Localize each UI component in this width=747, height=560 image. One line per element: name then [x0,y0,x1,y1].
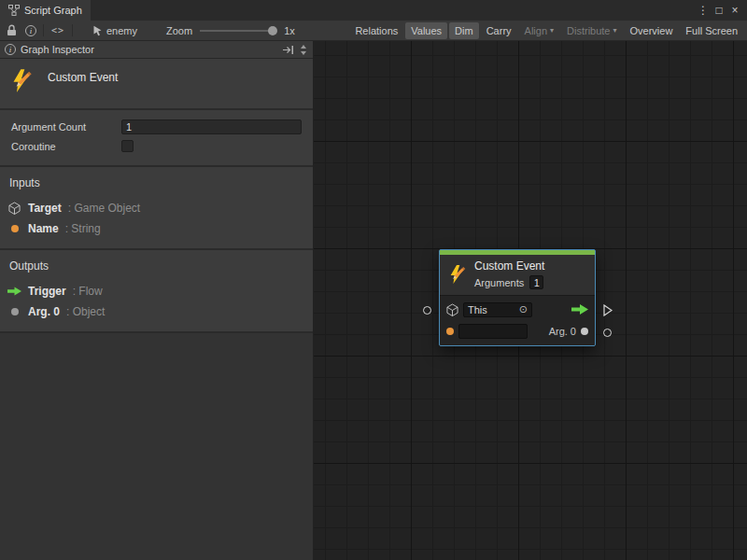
outputs-header: Outputs [0,256,313,281]
toolbar-separator [72,24,73,36]
graph-inspector-panel: i Graph Inspector [0,41,314,560]
inspector-node-title: Custom Event [48,71,118,84]
script-graph-window: Script Graph ⋮ □ × i <> enemy Zoom [0,0,747,560]
node-body: This ⊙ Arg. 0 [440,295,595,345]
graph-asset[interactable]: enemy [92,25,137,36]
scroll-spinner[interactable] [299,45,308,55]
event-name-input[interactable] [458,324,528,339]
info-icon: i [5,44,16,55]
output-type: : Flow [73,285,103,298]
target-object-field[interactable]: This ⊙ [463,302,532,317]
output-name: Trigger [28,285,66,298]
right-connection-port[interactable] [603,329,612,337]
chevron-down-icon: ▾ [613,26,617,35]
align-button[interactable]: Align ▾ [519,22,559,39]
info-icon[interactable]: i [25,25,36,36]
output-row-arg0: Arg. 0 : Object [0,301,313,322]
node-row-target: This ⊙ [440,299,595,320]
chevron-down-icon: ▾ [550,26,554,35]
scroll-down-icon[interactable] [301,51,306,55]
input-name: Target [28,202,62,215]
game-object-icon [446,303,458,316]
output-name: Arg. 0 [28,305,60,318]
argument-count-label: Argument Count [11,121,121,133]
input-row-target: Target : Game Object [0,198,313,218]
node-header[interactable]: Custom Event Arguments 1 [440,255,595,295]
fullscreen-button[interactable]: Full Screen [680,22,743,39]
coroutine-checkbox[interactable] [121,140,134,152]
node-arguments-count[interactable]: 1 [529,275,543,289]
graph-toolbar: i <> enemy Zoom 1x Relations Values Dim … [0,21,747,41]
dim-button[interactable]: Dim [449,22,479,39]
arg0-output-port[interactable] [581,328,588,335]
distribute-button-label: Distribute [567,25,610,36]
zoom-slider-handle[interactable] [268,26,277,35]
custom-event-node[interactable]: Custom Event Arguments 1 [439,249,596,346]
inspector-empty-area [0,333,313,560]
node-arguments-label: Arguments [474,277,524,288]
inspector-fields-band: Argument Count Coroutine [0,110,313,167]
left-connection-port[interactable] [423,306,431,315]
graph-inspector-title: Graph Inspector [21,44,94,55]
zoom-label: Zoom [166,25,192,36]
lock-icon[interactable] [4,22,19,39]
graph-asset-name: enemy [106,25,137,36]
zoom-slider[interactable] [200,30,276,32]
input-type: : Game Object [68,202,140,215]
tab-label: Script Graph [24,5,82,16]
values-button[interactable]: Values [405,22,447,39]
trigger-flow-port[interactable] [571,304,588,315]
main-area: i Graph Inspector [0,41,747,560]
window-menu-button[interactable]: ⋮ [696,1,711,20]
string-input-port[interactable] [446,328,454,335]
window-controls: ⋮ □ × [691,0,747,21]
relations-button[interactable]: Relations [349,22,403,39]
graph-icon [8,5,20,16]
toolbar-buttons: Relations Values Dim Carry Align ▾ Distr… [349,21,743,41]
node-title: Custom Event [474,259,544,273]
output-type: : Object [66,305,105,318]
carry-button[interactable]: Carry [481,22,517,39]
game-object-icon [7,202,21,215]
zoom-value: 1x [284,25,295,36]
distribute-button[interactable]: Distribute ▾ [561,22,622,39]
arg0-label: Arg. 0 [549,326,576,337]
coroutine-row: Coroutine [11,136,302,156]
inspector-outputs-band: Outputs Trigger : Flow Arg. 0 : Object [0,250,313,333]
inspector-inputs-band: Inputs Target : Game Object Name : Strin… [0,167,313,250]
graph-canvas[interactable]: Custom Event Arguments 1 [314,41,747,560]
object-picker-icon[interactable]: ⊙ [519,303,528,315]
custom-event-icon [9,68,35,93]
code-icon[interactable]: <> [50,22,65,39]
node-row-arg0: Arg. 0 [440,320,595,342]
argument-count-row: Argument Count [11,117,302,136]
dock-icon[interactable] [282,45,294,55]
zoom-control: Zoom 1x [166,25,295,36]
custom-event-icon [447,264,468,285]
object-port-icon [7,308,21,315]
target-object-value: This [468,304,487,315]
inputs-header: Inputs [0,173,313,198]
tab-bar-empty [91,0,691,21]
flow-arrow-icon [7,287,21,296]
cursor-icon [92,25,103,36]
window-maximize-button[interactable]: □ [712,1,726,20]
right-flow-connection-port[interactable] [603,304,613,316]
tab-script-graph[interactable]: Script Graph [0,0,91,21]
inspector-node-title-band: Custom Event [0,59,313,110]
coroutine-label: Coroutine [11,141,121,152]
input-type: : String [65,222,101,235]
string-port-icon [7,225,21,232]
argument-count-input[interactable] [121,119,302,134]
output-row-trigger: Trigger : Flow [0,281,313,301]
graph-inspector-header: i Graph Inspector [0,41,313,59]
input-row-name: Name : String [0,218,313,239]
tab-bar: Script Graph ⋮ □ × [0,0,747,21]
scroll-up-icon[interactable] [301,45,306,49]
toolbar-separator [43,24,44,36]
input-name: Name [28,222,59,235]
overview-button[interactable]: Overview [625,22,679,39]
align-button-label: Align [525,25,547,36]
window-close-button[interactable]: × [727,1,742,20]
